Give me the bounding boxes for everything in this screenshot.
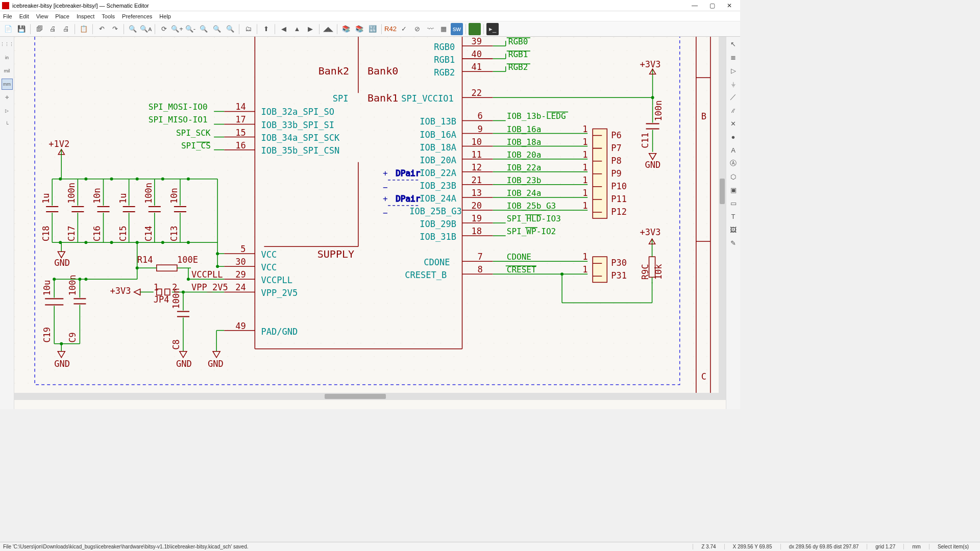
svg-text:6: 6: [478, 111, 483, 121]
export-netlist-icon[interactable]: sw: [451, 23, 463, 35]
add-hier-label-icon[interactable]: ▣: [728, 185, 739, 195]
svg-text:IOB_35b_SPI_CSN: IOB_35b_SPI_CSN: [261, 145, 339, 156]
svg-point-231: [161, 178, 164, 181]
find-replace-icon[interactable]: 🔍ᴀ: [140, 23, 152, 35]
grid-icon[interactable]: ⋮⋮⋮: [2, 39, 13, 50]
symbol-editor-icon[interactable]: 📚: [340, 23, 352, 35]
hidden-pins-icon[interactable]: ▷: [2, 105, 13, 116]
svg-text:GND: GND: [176, 359, 192, 369]
svg-text:C9: C9: [67, 332, 78, 343]
nav-back-icon[interactable]: ◀: [278, 23, 290, 35]
schematic-svg: B C Bank2 Bank0 Bank1 SPI SPI_VCCIO1 SUP…: [14, 37, 726, 400]
svg-text:+1V2: +1V2: [48, 139, 69, 149]
menu-tools[interactable]: Tools: [102, 13, 115, 19]
footprint-assign-icon[interactable]: 🔣: [366, 23, 379, 35]
svg-text:1: 1: [582, 137, 587, 147]
svg-text:GND: GND: [208, 359, 224, 369]
page-settings-icon[interactable]: 🗐: [33, 23, 45, 35]
add-image-icon[interactable]: 🖼: [728, 224, 739, 235]
add-global-label-icon[interactable]: ⬡: [728, 171, 739, 182]
zoom-fit-icon[interactable]: 🔍: [198, 23, 210, 35]
menu-place[interactable]: Place: [55, 13, 69, 19]
svg-text:1u: 1u: [41, 193, 51, 204]
erc-exclusions-icon[interactable]: ⊘: [411, 23, 423, 35]
select-tool-icon[interactable]: ↖: [728, 39, 739, 49]
print-icon[interactable]: 🖨: [46, 23, 59, 35]
erc-icon[interactable]: ✓: [398, 23, 410, 35]
add-netclass-icon[interactable]: Ⓐ: [728, 158, 739, 168]
svg-text:30: 30: [235, 257, 246, 267]
script-console-icon[interactable]: ▸_: [486, 23, 499, 35]
cursor-full-icon[interactable]: ✛: [2, 92, 13, 103]
nav-fwd-icon[interactable]: ▶: [304, 23, 316, 35]
add-text-icon[interactable]: T: [728, 211, 739, 221]
svg-text:CRESET_B: CRESET_B: [405, 270, 447, 280]
zoom-objects-icon[interactable]: 🔍: [211, 23, 223, 35]
highlight-net-icon[interactable]: ≣: [728, 52, 739, 62]
find-icon[interactable]: 🔍: [127, 23, 139, 35]
right-toolbar: ↖ ≣ ▷ ⏚ ／ ⫽ ✕ ● A Ⓐ ⬡ ▣ ▭ T 🖼 ✎: [726, 37, 740, 409]
leave-sheet-icon[interactable]: ⬆: [260, 23, 272, 35]
menu-edit[interactable]: Edit: [19, 13, 29, 19]
add-junction-icon[interactable]: ●: [728, 132, 739, 142]
menu-view[interactable]: View: [36, 13, 48, 19]
bom-icon[interactable]: ▦: [437, 23, 450, 35]
menu-inspect[interactable]: Inspect: [77, 13, 94, 19]
svg-text:VCC: VCC: [261, 262, 277, 272]
minimize-button[interactable]: —: [686, 1, 703, 11]
plot-icon[interactable]: 🖨: [60, 23, 72, 35]
add-bus-icon[interactable]: ⫽: [728, 105, 739, 115]
units-mm[interactable]: mm: [2, 79, 13, 90]
add-label-icon[interactable]: A: [728, 145, 739, 155]
units-in[interactable]: in: [2, 52, 13, 63]
undo-icon[interactable]: ↶: [95, 23, 108, 35]
paste-icon[interactable]: 📋: [78, 23, 90, 35]
svg-text:13: 13: [472, 188, 482, 198]
simulate-icon[interactable]: 〰: [424, 23, 436, 35]
free-angle-icon[interactable]: └: [2, 118, 13, 130]
menu-file[interactable]: File: [3, 13, 12, 19]
horizontal-scrollbar[interactable]: [14, 393, 726, 400]
add-sheet-icon[interactable]: ▭: [728, 198, 739, 208]
vertical-scrollbar[interactable]: [719, 37, 726, 393]
add-power-icon[interactable]: ⏚: [728, 79, 739, 89]
schematic-canvas[interactable]: B C Bank2 Bank0 Bank1 SPI SPI_VCCIO1 SUP…: [14, 37, 726, 409]
add-noconn-icon[interactable]: ✕: [728, 118, 739, 129]
svg-text:DPair: DPair: [396, 168, 421, 178]
svg-text:IOB_34a_SPI_SCK: IOB_34a_SPI_SCK: [261, 133, 340, 143]
svg-text:7: 7: [478, 252, 483, 262]
close-button[interactable]: ✕: [721, 1, 738, 11]
menu-preferences[interactable]: Preferences: [122, 13, 152, 19]
add-symbol-icon[interactable]: ▷: [728, 65, 739, 76]
svg-text:12: 12: [472, 162, 482, 172]
new-icon[interactable]: 📄: [2, 23, 14, 35]
maximize-button[interactable]: ▢: [703, 1, 721, 11]
svg-text:SPI_MOSI-IO0: SPI_MOSI-IO0: [149, 102, 208, 112]
svg-text:SPI: SPI: [333, 93, 349, 104]
svg-text:40: 40: [472, 49, 482, 59]
svg-text:10n: 10n: [92, 188, 102, 204]
svg-text:5: 5: [240, 244, 246, 254]
zoom-selection-icon[interactable]: 🔍: [224, 23, 236, 35]
svg-text:1: 1: [582, 252, 587, 262]
units-mil[interactable]: mil: [2, 65, 13, 77]
svg-text:IOB_23B: IOB_23B: [420, 181, 456, 191]
annotate-icon[interactable]: R42: [384, 23, 397, 35]
redo-icon[interactable]: ↷: [109, 23, 121, 35]
save-icon[interactable]: 💾: [15, 23, 28, 35]
add-wire-icon[interactable]: ／: [728, 92, 739, 102]
zoom-out-icon[interactable]: 🔍-: [184, 23, 197, 35]
svg-text:−: −: [383, 208, 388, 218]
hierarchy-icon[interactable]: 🗂: [242, 23, 254, 35]
mirror-icon[interactable]: ◢◣: [322, 23, 334, 35]
refresh-icon[interactable]: ⟳: [158, 23, 170, 35]
menu-help[interactable]: Help: [159, 13, 171, 19]
svg-rect-154: [593, 257, 607, 282]
svg-text:B: B: [701, 111, 706, 121]
zoom-in-icon[interactable]: 🔍+: [171, 23, 183, 35]
delete-tool-icon[interactable]: ✎: [728, 238, 739, 248]
open-pcb-icon[interactable]: [469, 23, 481, 35]
nav-up-icon[interactable]: ▲: [291, 23, 303, 35]
symbol-browser-icon[interactable]: 📚: [353, 23, 365, 35]
svg-text:GND: GND: [54, 258, 70, 268]
